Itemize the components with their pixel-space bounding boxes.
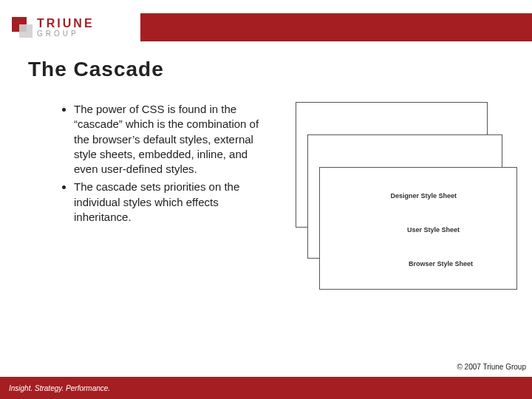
footer-tagline: Insight. Strategy. Performance. — [9, 384, 110, 392]
logo-brand: TRIUNE — [37, 18, 95, 30]
cascade-diagram: Designer Style Sheet User Style Sheet Br… — [296, 102, 517, 294]
content-area: The power of CSS is found in the “cascad… — [0, 81, 532, 294]
diagram-label-user: User Style Sheet — [407, 226, 460, 233]
bullet-column: The power of CSS is found in the “cascad… — [43, 102, 273, 294]
logo: TRIUNE GROUP — [0, 13, 140, 41]
header: TRIUNE GROUP — [0, 0, 532, 41]
footer-bar: Insight. Strategy. Performance. — [0, 377, 532, 399]
diagram-column: Designer Style Sheet User Style Sheet Br… — [273, 102, 517, 294]
slide-title: The Cascade — [0, 41, 532, 81]
logo-subtext: GROUP — [37, 30, 95, 38]
logo-text: TRIUNE GROUP — [37, 18, 95, 38]
copyright-text: © 2007 Triune Group — [457, 363, 526, 371]
logo-mark-icon — [12, 17, 33, 38]
header-accent-bar — [140, 13, 532, 41]
diagram-label-designer: Designer Style Sheet — [390, 192, 457, 200]
bullet-item: The power of CSS is found in the “cascad… — [74, 102, 273, 177]
bullet-item: The cascade sets priorities on the indiv… — [74, 180, 273, 225]
diagram-label-browser: Browser Style Sheet — [409, 260, 473, 267]
